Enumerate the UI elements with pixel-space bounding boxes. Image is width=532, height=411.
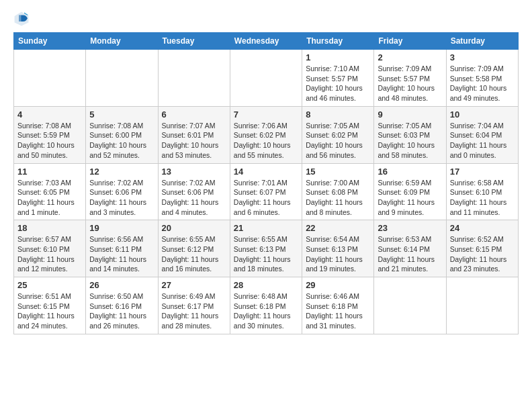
day-number: 14 — [234, 167, 298, 177]
day-info: Sunrise: 6:53 AMSunset: 6:14 PMDaylight:… — [378, 234, 442, 274]
calendar-cell — [230, 50, 302, 107]
calendar-cell — [374, 277, 446, 334]
day-info: Sunrise: 7:02 AMSunset: 6:06 PMDaylight:… — [162, 178, 226, 218]
day-number: 26 — [89, 280, 154, 290]
column-header-tuesday: Tuesday — [158, 33, 230, 50]
day-number: 2 — [378, 52, 442, 62]
calendar-cell: 14Sunrise: 7:01 AMSunset: 6:07 PMDayligh… — [230, 163, 302, 220]
day-number: 15 — [306, 167, 370, 177]
day-info: Sunrise: 7:10 AMSunset: 5:57 PMDaylight:… — [306, 64, 370, 103]
day-info: Sunrise: 7:09 AMSunset: 5:58 PMDaylight:… — [450, 64, 515, 103]
calendar-cell: 7Sunrise: 7:06 AMSunset: 6:02 PMDaylight… — [230, 106, 302, 163]
day-info: Sunrise: 7:01 AMSunset: 6:07 PMDaylight:… — [234, 178, 298, 218]
column-header-wednesday: Wednesday — [230, 33, 302, 50]
calendar-cell — [86, 50, 158, 107]
day-number: 20 — [162, 223, 226, 233]
day-number: 10 — [450, 109, 515, 120]
day-info: Sunrise: 7:05 AMSunset: 6:02 PMDaylight:… — [306, 121, 370, 161]
day-info: Sunrise: 6:55 AMSunset: 6:12 PMDaylight:… — [162, 234, 226, 274]
calendar-cell: 26Sunrise: 6:50 AMSunset: 6:16 PMDayligh… — [86, 277, 158, 334]
day-number: 12 — [89, 167, 154, 177]
logo — [13, 11, 32, 27]
day-info: Sunrise: 7:08 AMSunset: 5:59 PMDaylight:… — [17, 121, 82, 161]
day-info: Sunrise: 6:50 AMSunset: 6:16 PMDaylight:… — [89, 291, 154, 331]
column-header-thursday: Thursday — [302, 33, 374, 50]
column-header-sunday: Sunday — [14, 33, 86, 50]
calendar-cell: 28Sunrise: 6:48 AMSunset: 6:18 PMDayligh… — [230, 277, 302, 334]
day-number: 9 — [378, 109, 442, 120]
day-info: Sunrise: 6:52 AMSunset: 6:15 PMDaylight:… — [450, 234, 515, 274]
day-info: Sunrise: 6:46 AMSunset: 6:18 PMDaylight:… — [306, 291, 370, 331]
day-info: Sunrise: 6:57 AMSunset: 6:10 PMDaylight:… — [17, 234, 82, 274]
day-info: Sunrise: 7:06 AMSunset: 6:02 PMDaylight:… — [234, 121, 298, 161]
calendar-cell — [446, 277, 518, 334]
calendar-row-week-1: 1Sunrise: 7:10 AMSunset: 5:57 PMDaylight… — [14, 50, 519, 107]
day-info: Sunrise: 7:04 AMSunset: 6:04 PMDaylight:… — [450, 121, 515, 161]
day-number: 5 — [89, 109, 154, 120]
calendar-row-week-3: 11Sunrise: 7:03 AMSunset: 6:05 PMDayligh… — [14, 163, 519, 220]
day-number: 11 — [17, 167, 82, 177]
day-number: 16 — [378, 167, 442, 177]
calendar-cell: 12Sunrise: 7:02 AMSunset: 6:06 PMDayligh… — [86, 163, 158, 220]
page-header — [13, 11, 519, 27]
calendar-cell: 19Sunrise: 6:56 AMSunset: 6:11 PMDayligh… — [86, 220, 158, 277]
calendar-cell: 20Sunrise: 6:55 AMSunset: 6:12 PMDayligh… — [158, 220, 230, 277]
day-number: 8 — [306, 109, 370, 120]
day-number: 18 — [17, 223, 82, 233]
logo-icon — [13, 11, 30, 27]
day-info: Sunrise: 6:48 AMSunset: 6:18 PMDaylight:… — [234, 291, 298, 331]
day-info: Sunrise: 7:03 AMSunset: 6:05 PMDaylight:… — [17, 178, 82, 218]
calendar-cell: 21Sunrise: 6:55 AMSunset: 6:13 PMDayligh… — [230, 220, 302, 277]
day-number: 3 — [450, 52, 515, 62]
calendar-row-week-4: 18Sunrise: 6:57 AMSunset: 6:10 PMDayligh… — [14, 220, 519, 277]
day-number: 29 — [306, 280, 370, 290]
calendar-cell: 4Sunrise: 7:08 AMSunset: 5:59 PMDaylight… — [14, 106, 86, 163]
calendar-table: SundayMondayTuesdayWednesdayThursdayFrid… — [13, 32, 519, 334]
calendar-cell — [158, 50, 230, 107]
day-info: Sunrise: 6:58 AMSunset: 6:10 PMDaylight:… — [450, 178, 515, 218]
calendar-cell: 13Sunrise: 7:02 AMSunset: 6:06 PMDayligh… — [158, 163, 230, 220]
day-info: Sunrise: 6:49 AMSunset: 6:17 PMDaylight:… — [162, 291, 226, 331]
column-header-saturday: Saturday — [446, 33, 518, 50]
calendar-cell: 2Sunrise: 7:09 AMSunset: 5:57 PMDaylight… — [374, 50, 446, 107]
day-number: 21 — [234, 223, 298, 233]
calendar-cell — [14, 50, 86, 107]
calendar-cell: 22Sunrise: 6:54 AMSunset: 6:13 PMDayligh… — [302, 220, 374, 277]
calendar-header-row: SundayMondayTuesdayWednesdayThursdayFrid… — [14, 33, 519, 50]
day-number: 4 — [17, 109, 82, 120]
day-info: Sunrise: 6:54 AMSunset: 6:13 PMDaylight:… — [306, 234, 370, 274]
column-header-monday: Monday — [86, 33, 158, 50]
column-header-friday: Friday — [374, 33, 446, 50]
calendar-cell: 25Sunrise: 6:51 AMSunset: 6:15 PMDayligh… — [14, 277, 86, 334]
day-info: Sunrise: 6:56 AMSunset: 6:11 PMDaylight:… — [89, 234, 154, 274]
calendar-cell: 11Sunrise: 7:03 AMSunset: 6:05 PMDayligh… — [14, 163, 86, 220]
day-number: 17 — [450, 167, 515, 177]
day-info: Sunrise: 7:02 AMSunset: 6:06 PMDaylight:… — [89, 178, 154, 218]
day-info: Sunrise: 6:51 AMSunset: 6:15 PMDaylight:… — [17, 291, 82, 331]
calendar-cell: 1Sunrise: 7:10 AMSunset: 5:57 PMDaylight… — [302, 50, 374, 107]
day-number: 19 — [89, 223, 154, 233]
calendar-cell: 6Sunrise: 7:07 AMSunset: 6:01 PMDaylight… — [158, 106, 230, 163]
calendar-cell: 24Sunrise: 6:52 AMSunset: 6:15 PMDayligh… — [446, 220, 518, 277]
day-number: 23 — [378, 223, 442, 233]
calendar-cell: 29Sunrise: 6:46 AMSunset: 6:18 PMDayligh… — [302, 277, 374, 334]
calendar-cell: 10Sunrise: 7:04 AMSunset: 6:04 PMDayligh… — [446, 106, 518, 163]
day-number: 27 — [162, 280, 226, 290]
day-info: Sunrise: 7:07 AMSunset: 6:01 PMDaylight:… — [162, 121, 226, 161]
day-number: 25 — [17, 280, 82, 290]
calendar-cell: 9Sunrise: 7:05 AMSunset: 6:03 PMDaylight… — [374, 106, 446, 163]
calendar-cell: 17Sunrise: 6:58 AMSunset: 6:10 PMDayligh… — [446, 163, 518, 220]
calendar-cell: 3Sunrise: 7:09 AMSunset: 5:58 PMDaylight… — [446, 50, 518, 107]
day-info: Sunrise: 6:59 AMSunset: 6:09 PMDaylight:… — [378, 178, 442, 218]
day-number: 13 — [162, 167, 226, 177]
calendar-cell: 23Sunrise: 6:53 AMSunset: 6:14 PMDayligh… — [374, 220, 446, 277]
calendar-cell: 16Sunrise: 6:59 AMSunset: 6:09 PMDayligh… — [374, 163, 446, 220]
day-number: 1 — [306, 52, 370, 62]
day-info: Sunrise: 7:09 AMSunset: 5:57 PMDaylight:… — [378, 64, 442, 103]
calendar-cell: 8Sunrise: 7:05 AMSunset: 6:02 PMDaylight… — [302, 106, 374, 163]
day-number: 6 — [162, 109, 226, 120]
day-info: Sunrise: 7:00 AMSunset: 6:08 PMDaylight:… — [306, 178, 370, 218]
day-info: Sunrise: 7:05 AMSunset: 6:03 PMDaylight:… — [378, 121, 442, 161]
calendar-row-week-2: 4Sunrise: 7:08 AMSunset: 5:59 PMDaylight… — [14, 106, 519, 163]
day-info: Sunrise: 6:55 AMSunset: 6:13 PMDaylight:… — [234, 234, 298, 274]
